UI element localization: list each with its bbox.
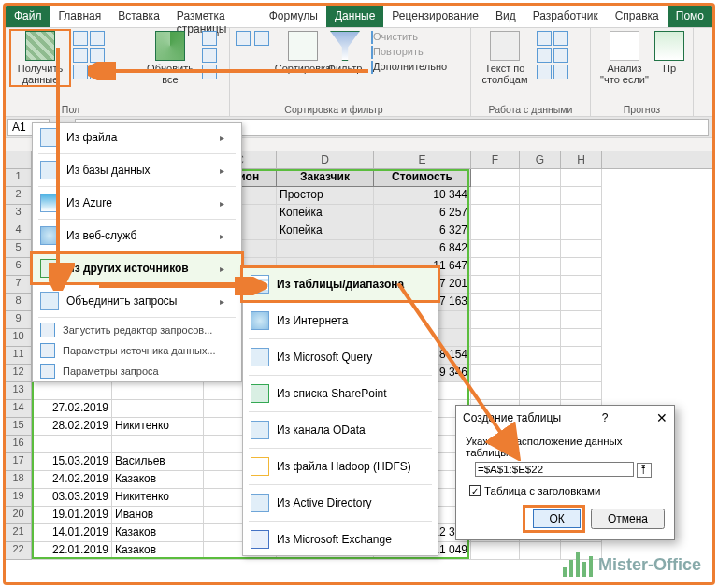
tab-formulas[interactable]: Формулы [261,6,326,27]
submenu-from-sp[interactable]: Из списка SharePoint [243,378,438,409]
group-forecast: Прогноз [596,103,687,115]
menu-launch-editor[interactable]: Запустить редактор запросов... [33,320,241,340]
file-icon [40,128,59,147]
combine-icon [40,292,59,310]
whatif-icon [610,31,639,61]
excel-window: Файл Главная Вставка Разметка страницы Ф… [3,3,715,585]
data-tools-mini[interactable] [537,31,568,79]
dialog-label: Укажите расположение данных таблицы: [466,436,665,458]
watermark: Mister-Office [563,552,701,577]
funnel-icon [330,31,360,61]
ok-button[interactable]: ОК [533,509,580,528]
group-data-tools: Работа с данными [477,103,584,115]
globe-icon [251,311,269,330]
ribbon-tabs: Файл Главная Вставка Разметка страницы Ф… [6,6,712,28]
forecast-icon [654,31,684,61]
tab-data[interactable]: Данные [326,6,383,27]
range-select-icon[interactable]: ⭱ [637,463,652,478]
get-data-button[interactable]: Получить данные [11,31,69,85]
advanced-filter[interactable]: Дополнительно [371,61,447,73]
database-icon [25,31,55,61]
menu-from-azure[interactable]: Из Azure▸ [33,189,241,217]
clear-filter[interactable]: Очистить [371,31,447,43]
menu-from-file[interactable]: Из файла▸ [33,123,241,151]
table-icon [251,275,269,294]
tab-help[interactable]: Справка [607,6,668,27]
hadoop-icon [251,457,269,476]
other-sources-submenu: Из таблицы/диапазона Из Интернета Из Mic… [242,267,438,556]
exchange-icon [251,530,269,549]
whatif-button[interactable]: Анализ "что если" [596,31,653,85]
refresh-all-button[interactable]: Обновить все [142,31,198,85]
odata-icon [251,421,269,439]
menu-from-other[interactable]: Из других источников▸ [33,254,241,282]
menu-q-settings[interactable]: Параметры запроса [33,361,241,381]
connections-mini[interactable] [202,31,217,79]
tab-home[interactable]: Главная [50,6,110,27]
refresh-icon [155,31,185,61]
database-icon [40,161,59,179]
text-to-columns-button[interactable]: Текст по столбцам [477,31,533,85]
get-data-menu: Из файла▸ Из базы данных▸ Из Azure▸ Из в… [32,122,242,382]
options-icon [40,364,55,379]
other-sources-icon [40,259,59,278]
filter-button[interactable]: Фильтр [323,31,367,74]
submenu-from-internet[interactable]: Из Интернета [243,305,438,337]
text-to-cols-icon [490,31,520,61]
sort-mini[interactable] [236,31,271,66]
submenu-from-table[interactable]: Из таблицы/диапазона [243,268,438,300]
tab-more[interactable]: Помо [668,6,712,27]
submenu-from-exch[interactable]: Из Microsoft Exchange [243,523,438,555]
menu-combine[interactable]: Объединить запросы▸ [33,287,241,315]
create-table-dialog: Создание таблицы ? ✕ Укажите расположени… [455,405,675,540]
submenu-from-msquery[interactable]: Из Microsoft Query [243,341,438,373]
dialog-title: Создание таблицы [463,411,561,424]
ad-icon [251,494,269,512]
menu-from-db[interactable]: Из базы данных▸ [33,156,241,184]
editor-icon [40,323,55,337]
tab-developer[interactable]: Разработчик [524,6,607,27]
sharepoint-icon [251,384,269,403]
tab-layout[interactable]: Разметка страницы [168,6,261,27]
submenu-from-hdfs[interactable]: Из файла Hadoop (HDFS) [243,451,438,482]
globe-icon [40,226,59,245]
menu-ds-settings[interactable]: Параметры источника данных... [33,340,241,361]
select-all-corner[interactable] [6,151,32,168]
forecast-button[interactable]: Пр [656,31,682,74]
dialog-help[interactable]: ? [602,411,609,424]
azure-icon [40,194,59,212]
menu-from-web[interactable]: Из веб-служб▸ [33,222,241,250]
reapply-filter[interactable]: Повторить [371,46,447,58]
tab-review[interactable]: Рецензирование [383,6,487,27]
ribbon: Получить данные Пол Обновить все [6,28,712,117]
tab-view[interactable]: Вид [487,6,524,27]
tab-insert[interactable]: Вставка [109,6,168,27]
range-input[interactable] [475,462,634,477]
submenu-from-odata[interactable]: Из канала OData [243,414,438,446]
sort-icon [288,31,318,61]
dialog-close[interactable]: ✕ [656,410,668,425]
headers-checkbox[interactable]: ✓Таблица с заголовками [469,485,665,497]
tab-file[interactable]: Файл [6,6,50,27]
get-data-mini-buttons[interactable] [73,31,105,79]
get-data-label: Получить данные [11,63,69,85]
group-get: Пол [11,103,130,115]
settings-icon [40,343,55,358]
submenu-from-ad[interactable]: Из Active Directory [243,487,438,519]
cancel-button[interactable]: Отмена [591,509,665,529]
msquery-icon [251,348,269,366]
